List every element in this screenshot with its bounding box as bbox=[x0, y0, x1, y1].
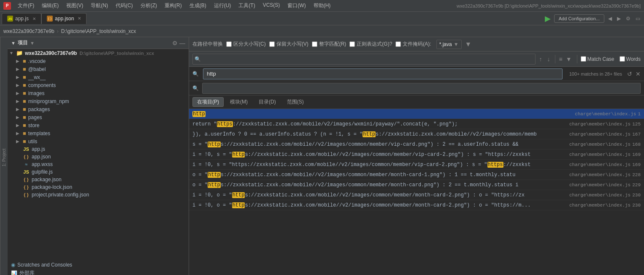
tree-item-app-json[interactable]: { } app.json bbox=[8, 153, 189, 161]
tree-item-pages[interactable]: ▶ ■ pages bbox=[8, 113, 189, 121]
words-checkbox[interactable] bbox=[620, 56, 625, 62]
file-icon-package-json: { } bbox=[23, 177, 30, 182]
refresh-search-button[interactable]: ↺ bbox=[627, 71, 632, 77]
match-case-label[interactable]: Match Case bbox=[581, 56, 614, 62]
search-main-input-box bbox=[203, 68, 563, 79]
tree-item-components[interactable]: ▶ ■ components bbox=[8, 81, 189, 89]
menu-window[interactable]: 窗口(W) bbox=[284, 1, 309, 10]
regex-checkbox-label[interactable]: 正则表达式(G)? bbox=[349, 41, 392, 48]
tree-item-scratches[interactable]: ◉ Scratches and Consoles bbox=[8, 261, 189, 269]
tab-app-json-close[interactable]: ✕ bbox=[78, 16, 81, 21]
search-toolbar-input[interactable] bbox=[202, 56, 533, 62]
menu-code[interactable]: 代码(C) bbox=[112, 1, 136, 10]
search-main-input[interactable] bbox=[207, 71, 559, 77]
scope-tab-project[interactable]: 在项目(P) bbox=[192, 97, 224, 107]
result-item-10[interactable]: i = !0, o = "https://zxxkstatic.zxxk.com… bbox=[189, 200, 644, 210]
filemask-checkbox-label[interactable]: 文件掩码(A): bbox=[395, 41, 431, 48]
filemask-checkbox[interactable] bbox=[395, 41, 401, 47]
scope-tab-directory[interactable]: 目录(D) bbox=[254, 97, 281, 107]
tree-item-app-wxss[interactable]: ≈ app.wxss bbox=[8, 161, 189, 168]
tree-item-store[interactable]: ▶ ■ store bbox=[8, 121, 189, 129]
sidebar-title: ▼ 项目 ▼ bbox=[11, 39, 35, 46]
run-icon[interactable]: ▶ bbox=[545, 14, 551, 23]
menu-edit[interactable]: 编辑(E) bbox=[38, 1, 62, 10]
result-item-2[interactable]: return "https://zxxkstatic.zxxk.com/mobi… bbox=[189, 119, 644, 129]
scope-tab-scope[interactable]: 范围(S) bbox=[282, 97, 308, 107]
result-item-3[interactable]: }), a.userInfo ? 0 == a.userInfo.status … bbox=[189, 129, 644, 139]
scope-tab-module[interactable]: 模块(M) bbox=[225, 97, 252, 107]
whole-word-checkbox[interactable] bbox=[312, 41, 317, 47]
nav-down-button[interactable]: ↓ bbox=[545, 55, 552, 63]
menu-tools[interactable]: 工具(T) bbox=[235, 1, 258, 10]
settings-icon[interactable]: ⚙ bbox=[172, 40, 178, 46]
close-search-button[interactable]: ✕ bbox=[636, 71, 641, 77]
tree-item-package-lock[interactable]: { } package-lock.json bbox=[8, 183, 189, 191]
tree-item-app-js[interactable]: JS app.js bbox=[8, 145, 189, 153]
menu-vcs[interactable]: VCS(S) bbox=[260, 1, 284, 10]
result-item-5[interactable]: i = !0, s = "https://zxxkstatic.zxxk.com… bbox=[189, 150, 644, 160]
tree-item-vscode[interactable]: ▶ ■ .vscode bbox=[8, 57, 189, 65]
breadcrumb-path[interactable]: D:\gitclone\APP_tools\winxin_xcx bbox=[61, 28, 136, 34]
tree-item-gulpfile[interactable]: JS gulpfile.js bbox=[8, 168, 189, 176]
menu-analyze[interactable]: 分析(Z) bbox=[137, 1, 160, 10]
tab-app-js[interactable]: JS app.js ✕ bbox=[2, 13, 41, 24]
tree-item-external-libs[interactable]: 📊 外部库 bbox=[8, 269, 189, 275]
tree-item-images[interactable]: ▶ ■ images bbox=[8, 89, 189, 97]
nav-forward-button[interactable]: ▶ bbox=[615, 15, 623, 22]
add-configuration-button[interactable]: Add Configuration... bbox=[554, 14, 604, 23]
breadcrumb-project[interactable]: wxe322a390c7367e9b bbox=[3, 28, 54, 34]
menu-build[interactable]: 生成(B) bbox=[186, 1, 210, 10]
replace-input[interactable] bbox=[206, 85, 637, 91]
tree-item-project-config[interactable]: { } project.private.config.json bbox=[8, 191, 189, 199]
case-checkbox-label[interactable]: 区分大小写(C) bbox=[226, 41, 266, 48]
file-filter-dropdown-icon[interactable]: ▼ bbox=[454, 41, 459, 47]
nav-settings-button[interactable]: ⚙ bbox=[624, 15, 633, 22]
tab-app-js-close[interactable]: ✕ bbox=[32, 16, 36, 21]
tree-item-utils[interactable]: ▶ ■ utils bbox=[8, 137, 189, 145]
case-checkbox[interactable] bbox=[226, 41, 232, 47]
preserve-case-checkbox[interactable] bbox=[269, 41, 275, 47]
match-count-label: 100+ matches in 28+ files bbox=[569, 71, 622, 76]
sidebar-header: ▼ 项目 ▼ ⚙ — bbox=[8, 37, 189, 49]
preserve-case-checkbox-label[interactable]: 保留大小写(V) bbox=[269, 41, 308, 48]
root-name: wxe322a390c7367e9b bbox=[25, 50, 77, 56]
replace-search-icon: 🔍 bbox=[192, 85, 199, 91]
folder-icon-images: ■ bbox=[23, 90, 26, 96]
tree-item-wx[interactable]: ▶ ■ __wx__ bbox=[8, 73, 189, 81]
words-label[interactable]: Words bbox=[620, 56, 641, 62]
regex-checkbox[interactable] bbox=[349, 41, 355, 47]
menu-run[interactable]: 运行(U) bbox=[211, 1, 235, 10]
tree-item-packages[interactable]: ▶ ■ packages bbox=[8, 105, 189, 113]
result-line-3: 167 bbox=[632, 132, 641, 137]
menu-refactor[interactable]: 重构(R) bbox=[161, 1, 185, 10]
result-item-8[interactable]: o = "https://zxxkstatic.zxxk.com/mobile/… bbox=[189, 180, 644, 190]
result-item-7[interactable]: o = "https://zxxkstatic.zxxk.com/mobile/… bbox=[189, 170, 644, 180]
minimize-icon[interactable]: — bbox=[179, 40, 185, 46]
filter-button[interactable]: ▼ bbox=[463, 40, 474, 49]
match-highlight-1: http bbox=[192, 111, 206, 117]
tree-item-templates[interactable]: ▶ ■ templates bbox=[8, 129, 189, 137]
left-panel-label: 1: Project bbox=[0, 37, 8, 275]
match-case-checkbox[interactable] bbox=[581, 56, 586, 62]
menu-navigate[interactable]: 导航(N) bbox=[87, 1, 111, 10]
nav-back-button[interactable]: ◀ bbox=[606, 15, 614, 22]
nav-up-button[interactable]: ↑ bbox=[537, 55, 544, 63]
tree-item-miniprogram[interactable]: ▶ ■ miniprogram_npm bbox=[8, 97, 189, 105]
menu-view[interactable]: 视图(V) bbox=[63, 1, 87, 10]
nav-layout-button[interactable]: ▭ bbox=[633, 15, 642, 22]
result-file-5: charge\member\index.js bbox=[569, 152, 630, 157]
menu-file[interactable]: 文件(F) bbox=[14, 1, 38, 10]
list-view-icon[interactable]: ≡ bbox=[559, 56, 562, 63]
filter-results-button[interactable]: ▼ bbox=[564, 55, 574, 63]
whole-word-checkbox-label[interactable]: 整字匹配(R) bbox=[312, 41, 346, 48]
result-item-1[interactable]: http charge\member\index.js 1 bbox=[189, 109, 644, 119]
result-item-4[interactable]: s = "https://zxxkstatic.zxxk.com/mobile/… bbox=[189, 139, 644, 150]
tab-app-json[interactable]: { } app.json ✕ bbox=[41, 13, 87, 24]
menu-help[interactable]: 帮助(H) bbox=[310, 1, 334, 10]
result-item-9[interactable]: i = !0, o = "https://zxxkstatic.zxxk.com… bbox=[189, 190, 644, 200]
breadcrumb-bar: wxe322a390c7367e9b › D:\gitclone\APP_too… bbox=[0, 25, 644, 37]
tree-item-babel[interactable]: ▶ ■ @babel bbox=[8, 65, 189, 73]
result-item-6[interactable]: i = !0, s = "https://zxxkstatic.zxxk.com… bbox=[189, 160, 644, 170]
tree-item-package-json[interactable]: { } package.json bbox=[8, 176, 189, 183]
tree-root[interactable]: ▼ 📁 wxe322a390c7367e9b D:\gitclone\APP_t… bbox=[8, 49, 189, 57]
